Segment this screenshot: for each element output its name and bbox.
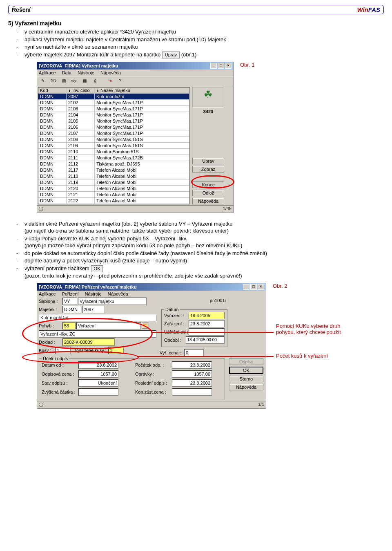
toolbar-help-icon[interactable]: ? bbox=[116, 77, 124, 85]
toolbar-icon[interactable]: ▦ bbox=[81, 77, 89, 85]
odloz-button[interactable]: Odlož bbox=[192, 190, 224, 196]
cell-inv: 2121 bbox=[67, 192, 95, 198]
zobraz-button[interactable]: Zobraz bbox=[192, 166, 224, 172]
cell-kod: DDMN bbox=[38, 186, 67, 192]
opravky-label: Oprávky : bbox=[135, 372, 172, 376]
cell-inv: 2105 bbox=[67, 118, 95, 124]
majetek-grid[interactable]: Kod ⬆ Inv. číslo ⬆ Název majetku DDMN209… bbox=[38, 87, 190, 204]
table-row[interactable]: DDMN2108Monitor SyncMas.151S bbox=[38, 137, 189, 143]
vyrazeni-input[interactable]: 18.4.2005 bbox=[189, 312, 225, 319]
cell-kod: DDMN bbox=[38, 130, 67, 137]
bullet: doplňte datumy a počet vyřazených kusů (… bbox=[13, 257, 384, 264]
sablona-name-input[interactable]: Vyřazení majetku bbox=[78, 298, 147, 305]
ok-button[interactable]: OK bbox=[229, 367, 263, 374]
table-row[interactable]: DDMN2117Telefon Alcatel Mobi bbox=[38, 167, 189, 173]
menu-nastroje[interactable]: Nástroje bbox=[85, 291, 102, 296]
majetek-num-input[interactable]: 2097 bbox=[82, 306, 105, 313]
menu-aplikace[interactable]: Aplikace bbox=[39, 291, 56, 296]
kusy-input[interactable]: 1 bbox=[55, 347, 71, 354]
menu-aplikace[interactable]: Aplikace bbox=[39, 70, 56, 75]
annotation-line bbox=[137, 356, 274, 357]
table-row[interactable]: DDMN2109Monitor SyncMas.151S bbox=[38, 143, 189, 149]
toolbar-icon[interactable]: ▤ bbox=[60, 77, 68, 85]
pocatek-value: 23.8.2002 bbox=[172, 361, 212, 369]
cell-nazev: Telefon Alcatel Mobi bbox=[95, 192, 189, 198]
inline-uprav-button[interactable]: Uprav bbox=[162, 52, 180, 58]
table-row[interactable]: DDMN2105Monitor SyncMas.171P bbox=[38, 118, 189, 124]
cell-nazev: Monitor SyncMas.172B bbox=[95, 155, 189, 161]
pohyb-full-input[interactable]: Vyřazení -likv. ZC bbox=[39, 330, 156, 338]
menu-napoveda[interactable]: Nápověda bbox=[100, 70, 121, 75]
inline-ok-button[interactable]: OK bbox=[91, 265, 103, 272]
vyrcena-input[interactable]: 0 bbox=[184, 349, 204, 356]
table-row[interactable]: DDMN2119Telefon Alcatel Mobi bbox=[38, 179, 189, 186]
menu-data[interactable]: Data bbox=[62, 70, 71, 75]
majetek-code-input[interactable]: DDMN bbox=[62, 306, 81, 313]
napoveda-button[interactable]: Nápověda bbox=[229, 384, 263, 390]
menu-porizeni[interactable]: Pořízení bbox=[62, 291, 79, 296]
pohyb-name-input[interactable]: Vyřazení bbox=[76, 322, 141, 329]
table-row[interactable]: DDMN2110Monitor Samtron 51S bbox=[38, 149, 189, 155]
majetek-label: Majetek : bbox=[39, 307, 62, 312]
table-row[interactable]: DDMN2102Monitor SyncMas.171P bbox=[38, 100, 189, 106]
obdobi-input[interactable]: 18.4.2005 00:00 bbox=[186, 336, 225, 344]
cell-kod: DDMN bbox=[38, 179, 67, 186]
vyrkusy-input[interactable]: 1 bbox=[108, 347, 124, 354]
table-row[interactable]: DDMN2111Monitor SyncMas.172B bbox=[38, 155, 189, 161]
status-info-icon[interactable]: ⓘ bbox=[39, 402, 43, 408]
window-buttons: _ □ × bbox=[210, 63, 232, 69]
table-row[interactable]: DDMN2118Telefon Alcatel Mobi bbox=[38, 173, 189, 179]
bullet: vyřazení potvrdíte tlačítkem OK (pozor, … bbox=[13, 265, 384, 280]
cell-kod: DDMN bbox=[38, 118, 67, 124]
cell-nazev: Monitor Samtron 51S bbox=[95, 149, 189, 155]
napoveda-button[interactable]: Nápověda bbox=[192, 198, 224, 204]
table-row[interactable]: DDMN2097Kufr montážní bbox=[38, 94, 189, 100]
sablona-code-input[interactable]: VY bbox=[62, 298, 77, 305]
table-row[interactable]: DDMN2107Monitor SyncMas.171P bbox=[38, 130, 189, 137]
section-5-title: 5) Vyřazení majetku bbox=[8, 20, 384, 27]
toolbar-exit-icon[interactable]: ⇥ bbox=[106, 77, 114, 85]
col-kod[interactable]: Kod bbox=[38, 87, 67, 94]
table-row[interactable]: DDMN2106Monitor SyncMas.171P bbox=[38, 124, 189, 130]
kuk-open-icon[interactable]: 📂 bbox=[142, 323, 149, 329]
cell-inv: 2107 bbox=[67, 130, 95, 137]
table-row[interactable]: DDMN2122Telefon Alcatel Mobi bbox=[38, 198, 189, 204]
zarazeni-input[interactable]: 23.8.2002 bbox=[189, 320, 225, 327]
doklad-input[interactable]: 2002-K-00009 bbox=[62, 338, 115, 346]
cell-kod: DDMN bbox=[38, 100, 67, 106]
kusy-label: Kusy : bbox=[39, 348, 55, 353]
table-row[interactable]: DDMN2103Monitor SyncMas.171P bbox=[38, 106, 189, 112]
toolbar-icon[interactable]: ✎ bbox=[39, 77, 47, 85]
cell-inv: 2120 bbox=[67, 186, 95, 192]
minimize-icon[interactable]: _ bbox=[243, 284, 249, 290]
status-info-icon[interactable]: ⓘ bbox=[39, 206, 43, 212]
maximize-icon[interactable]: □ bbox=[218, 63, 224, 69]
close-icon[interactable]: × bbox=[258, 284, 264, 290]
cell-inv: 2106 bbox=[67, 124, 95, 130]
pohyb-code-input[interactable]: 53 bbox=[62, 322, 76, 329]
table-row[interactable]: DDMN2121Telefon Alcatel Mobi bbox=[38, 192, 189, 198]
menubar: Aplikace Pořízení Nástroje Nápověda bbox=[37, 291, 266, 297]
cell-nazev: Telefon Alcatel Mobi bbox=[95, 167, 189, 173]
uprav-button[interactable]: Uprav bbox=[192, 158, 224, 164]
storno-button[interactable]: Storno bbox=[229, 376, 263, 382]
col-inv[interactable]: ⬆ Inv. číslo bbox=[67, 87, 95, 94]
maximize-icon[interactable]: □ bbox=[250, 284, 257, 290]
table-row[interactable]: DDMN2120Telefon Alcatel Mobi bbox=[38, 186, 189, 192]
toolbar-sql-icon[interactable]: SQL bbox=[70, 78, 78, 85]
menu-napoveda[interactable]: Nápověda bbox=[108, 291, 128, 296]
table-row[interactable]: DDMN2112Tiskárna použ. DJ695 bbox=[38, 161, 189, 167]
toolbar-icon[interactable]: ⌦ bbox=[49, 77, 58, 85]
majetek-name-input[interactable]: Kufr montážní bbox=[39, 314, 156, 321]
side-panel: ☘ 3420 Uprav Zobraz Konec Odlož Nápověda bbox=[192, 87, 224, 204]
minimize-icon[interactable]: _ bbox=[210, 63, 217, 69]
table-row[interactable]: DDMN2104Monitor SyncMas.171P bbox=[38, 112, 189, 118]
annotation-kusy: Počet kusů k vyřazení bbox=[276, 353, 358, 359]
toolbar-icon[interactable]: ⎙ bbox=[91, 77, 99, 85]
datumod-label: Datum od : bbox=[42, 363, 78, 367]
col-nazev[interactable]: ⬆ Název majetku bbox=[95, 87, 189, 94]
konec-button[interactable]: Konec bbox=[192, 181, 224, 188]
close-icon[interactable]: × bbox=[225, 63, 232, 69]
menu-nastroje[interactable]: Nástroje bbox=[78, 70, 94, 75]
ucetni-legend: Účetní odpis bbox=[42, 356, 69, 361]
